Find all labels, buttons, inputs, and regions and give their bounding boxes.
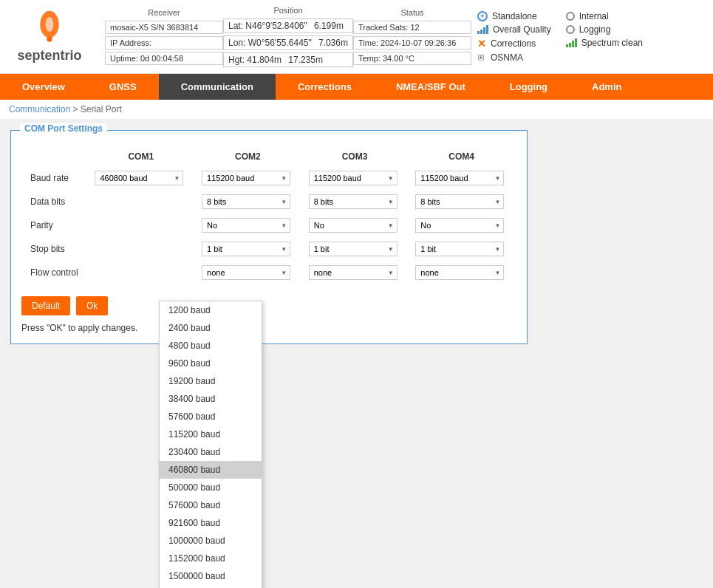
- status-temp: Temp: 34.00 °C: [353, 52, 471, 65]
- com4-databits-wrapper: 8 bits: [415, 194, 504, 209]
- receiver-uptime: Uptime: 0d 00:04:58: [105, 52, 223, 65]
- dropdown-item[interactable]: 500000 baud: [160, 479, 262, 496]
- position-hgt: Hgt: 41.804m 17.235m: [223, 52, 353, 67]
- com4-parity-select[interactable]: No: [415, 218, 504, 233]
- dropdown-item[interactable]: 38400 baud: [160, 390, 262, 408]
- action-row: Default Ok: [21, 296, 516, 315]
- dropdown-item[interactable]: 1000000 baud: [160, 532, 262, 550]
- signal-green-icon: [566, 38, 577, 47]
- dropdown-item[interactable]: 230400 baud: [160, 443, 262, 461]
- indicator-corrections: ✕ Corrections: [477, 38, 551, 49]
- com2-flow-select[interactable]: none: [202, 265, 290, 280]
- status-time: Time: 2024-10-07 09:26:36: [353, 36, 471, 49]
- nav-admin[interactable]: Admin: [570, 74, 644, 100]
- com3-flow-select[interactable]: none: [309, 265, 398, 280]
- nav-communication[interactable]: Communication: [159, 74, 276, 100]
- dropdown-item[interactable]: 576000 baud: [160, 496, 262, 514]
- receiver-ip: IP Address:: [105, 36, 223, 49]
- circle-gray-icon-2: [566, 25, 575, 34]
- indicators: + Standalone Overall Quality ✕ Correctio…: [477, 11, 643, 63]
- dropdown-item[interactable]: 9600 baud: [160, 355, 262, 372]
- dropdown-item[interactable]: 1200 baud: [160, 301, 262, 319]
- dropdown-item[interactable]: 57600 baud: [160, 408, 262, 425]
- com4-parity-wrapper: No: [415, 218, 504, 233]
- signal-bars-icon: [477, 25, 488, 34]
- logo-icon: [35, 10, 64, 47]
- com2-baud-wrapper: 115200 baud: [202, 171, 290, 185]
- logo: septentrio: [9, 10, 90, 64]
- com4-flow-wrapper: none: [415, 265, 504, 280]
- nav-overview[interactable]: Overview: [0, 74, 87, 100]
- com4-flow-select[interactable]: none: [415, 265, 504, 280]
- com4-databits-select[interactable]: 8 bits: [415, 194, 504, 209]
- com-settings-box: COM Port Settings COM1 COM2 COM3 COM4 Ba…: [10, 130, 528, 344]
- dropdown-item[interactable]: 460800 baud: [160, 461, 262, 479]
- nav-corrections[interactable]: Corrections: [276, 74, 374, 100]
- position-info: Position Lat: N46°9'52.8406" 6.199m Lon:…: [223, 6, 353, 67]
- com2-stopbits-select[interactable]: 1 bit: [202, 242, 290, 256]
- circle-gray-icon: [566, 12, 575, 21]
- dropdown-item[interactable]: 921600 baud: [160, 514, 262, 532]
- nav-gnss[interactable]: GNSS: [87, 74, 159, 100]
- com1-baud-select[interactable]: 460800 baud: [95, 171, 183, 185]
- table-row-stopbits: Stop bits 1 bit 1 bit: [24, 239, 514, 259]
- com3-databits-select[interactable]: 8 bits: [309, 194, 398, 209]
- com4-stopbits-wrapper: 1 bit: [415, 242, 504, 256]
- com-table: COM1 COM2 COM3 COM4 Baud rate 460800 bau…: [21, 146, 516, 286]
- plus-circle-icon: +: [477, 11, 488, 21]
- baud-rate-label: Baud rate: [24, 168, 86, 188]
- com2-parity-select[interactable]: No: [202, 218, 290, 233]
- shield-icon: ⛨: [477, 52, 486, 63]
- dropdown-item[interactable]: 19200 baud: [160, 372, 262, 390]
- baud-rate-dropdown[interactable]: 1200 baud2400 baud4800 baud9600 baud1920…: [159, 301, 262, 588]
- indicator-standalone: + Standalone: [477, 11, 551, 21]
- default-button[interactable]: Default: [21, 296, 70, 315]
- position-lon: Lon: W0°56'55.6445" 7.036m: [223, 35, 353, 50]
- com3-parity-select[interactable]: No: [309, 218, 398, 233]
- com4-baud-select[interactable]: 115200 baud: [415, 171, 504, 185]
- com2-databits-select[interactable]: 8 bits: [202, 194, 290, 209]
- status-sats: Tracked Sats: 12: [353, 21, 471, 34]
- table-row-baud: Baud rate 460800 baud 115200 baud: [24, 168, 514, 188]
- indicator-quality: Overall Quality: [477, 24, 551, 35]
- com2-baud-select[interactable]: 115200 baud: [202, 171, 290, 185]
- indicator-logging: Logging: [566, 24, 643, 35]
- main-nav: Overview GNSS Communication Corrections …: [0, 74, 713, 100]
- com1-baud-wrapper: 460800 baud: [95, 171, 183, 185]
- com2-databits-wrapper: 8 bits: [202, 194, 290, 209]
- indicator-internal: Internal: [566, 11, 643, 21]
- header: septentrio Receiver mosaic-X5 S/N 368381…: [0, 0, 713, 74]
- com4-baud-wrapper: 115200 baud: [415, 171, 504, 185]
- nav-nmea[interactable]: NMEA/SBF Out: [374, 74, 488, 100]
- dropdown-item[interactable]: 1152000 baud: [160, 550, 262, 567]
- col-com2-header: COM2: [196, 148, 300, 165]
- ok-button[interactable]: Ok: [76, 296, 108, 315]
- com4-stopbits-select[interactable]: 1 bit: [415, 242, 504, 256]
- nav-logging[interactable]: Logging: [488, 74, 570, 100]
- com3-baud-wrapper: 115200 baud: [309, 171, 398, 185]
- indicator-spectrum: Spectrum clean: [566, 38, 643, 48]
- col-label-header: [24, 148, 86, 165]
- dropdown-item[interactable]: 1500000 baud: [160, 567, 262, 585]
- position-title: Position: [223, 6, 353, 15]
- data-bits-label: Data bits: [24, 191, 86, 212]
- receiver-title: Receiver: [105, 8, 223, 17]
- status-info: Status Tracked Sats: 12 Time: 2024-10-07…: [353, 8, 471, 65]
- dropdown-item[interactable]: 2400 baud: [160, 319, 262, 337]
- breadcrumb: Communication > Serial Port: [0, 100, 713, 120]
- svg-point-1: [46, 17, 54, 32]
- logo-text: septentrio: [17, 48, 81, 64]
- com3-stopbits-select[interactable]: 1 bit: [309, 242, 398, 256]
- parity-label: Parity: [24, 215, 86, 236]
- col-com1-header: COM1: [89, 148, 193, 165]
- dropdown-item[interactable]: 4800 baud: [160, 337, 262, 355]
- col-com4-header: COM4: [409, 148, 514, 165]
- com3-databits-wrapper: 8 bits: [309, 194, 398, 209]
- com3-baud-select[interactable]: 115200 baud: [309, 171, 398, 185]
- receiver-info: Receiver mosaic-X5 S/N 3683814 IP Addres…: [105, 8, 223, 65]
- table-row-databits: Data bits 8 bits 8 bits: [24, 191, 514, 212]
- com3-stopbits-wrapper: 1 bit: [309, 242, 398, 256]
- dropdown-item[interactable]: 2000000 baud: [160, 585, 262, 588]
- dropdown-item[interactable]: 115200 baud: [160, 425, 262, 443]
- breadcrumb-parent[interactable]: Communication: [9, 104, 70, 114]
